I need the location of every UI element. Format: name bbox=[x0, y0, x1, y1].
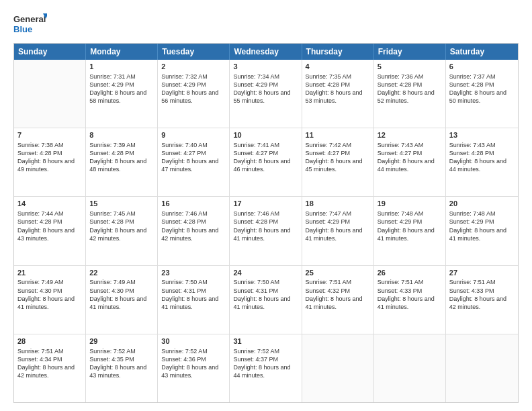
sunset-text: Sunset: 4:30 PM bbox=[17, 287, 82, 295]
day-number: 20 bbox=[449, 199, 515, 209]
daylight-text: Daylight: 8 hours and 42 minutes. bbox=[161, 226, 226, 242]
sunrise-text: Sunrise: 7:46 AM bbox=[233, 210, 298, 218]
sunset-text: Sunset: 4:27 PM bbox=[306, 149, 370, 157]
day-cell-15: 15 Sunrise: 7:45 AM Sunset: 4:28 PM Dayl… bbox=[86, 197, 158, 265]
daylight-text: Daylight: 8 hours and 41 minutes. bbox=[378, 226, 442, 242]
day-cell-23: 23 Sunrise: 7:50 AM Sunset: 4:31 PM Dayl… bbox=[158, 266, 230, 334]
day-cell-6: 6 Sunrise: 7:37 AM Sunset: 4:28 PM Dayli… bbox=[446, 60, 518, 128]
day-cell-29: 29 Sunrise: 7:52 AM Sunset: 4:35 PM Dayl… bbox=[86, 334, 158, 402]
sunrise-text: Sunrise: 7:48 AM bbox=[378, 210, 442, 218]
day-number: 1 bbox=[89, 62, 154, 72]
day-cell-20: 20 Sunrise: 7:48 AM Sunset: 4:29 PM Dayl… bbox=[446, 197, 518, 265]
daylight-text: Daylight: 8 hours and 58 minutes. bbox=[89, 89, 154, 105]
day-cell-16: 16 Sunrise: 7:46 AM Sunset: 4:28 PM Dayl… bbox=[158, 197, 230, 265]
daylight-text: Daylight: 8 hours and 42 minutes. bbox=[17, 363, 82, 379]
daylight-text: Daylight: 8 hours and 41 minutes. bbox=[449, 226, 515, 242]
day-cell-30: 30 Sunrise: 7:52 AM Sunset: 4:36 PM Dayl… bbox=[158, 334, 230, 402]
daylight-text: Daylight: 8 hours and 45 minutes. bbox=[306, 157, 370, 173]
sunrise-text: Sunrise: 7:34 AM bbox=[233, 73, 298, 81]
sunrise-text: Sunrise: 7:37 AM bbox=[449, 73, 515, 81]
day-number: 12 bbox=[378, 130, 442, 140]
weekday-header-sunday: Sunday bbox=[14, 44, 86, 60]
daylight-text: Daylight: 8 hours and 41 minutes. bbox=[233, 295, 298, 311]
day-cell-3: 3 Sunrise: 7:34 AM Sunset: 4:29 PM Dayli… bbox=[230, 60, 302, 128]
daylight-text: Daylight: 8 hours and 43 minutes. bbox=[89, 363, 154, 379]
daylight-text: Daylight: 8 hours and 41 minutes. bbox=[17, 295, 82, 311]
day-cell-31: 31 Sunrise: 7:52 AM Sunset: 4:37 PM Dayl… bbox=[230, 334, 302, 402]
svg-text:Blue: Blue bbox=[13, 24, 32, 34]
sunset-text: Sunset: 4:28 PM bbox=[161, 218, 226, 226]
calendar-row-2: 7 Sunrise: 7:38 AM Sunset: 4:28 PM Dayli… bbox=[14, 128, 518, 197]
sunset-text: Sunset: 4:28 PM bbox=[306, 81, 370, 89]
sunset-text: Sunset: 4:34 PM bbox=[17, 355, 82, 363]
sunset-text: Sunset: 4:36 PM bbox=[161, 355, 226, 363]
sunset-text: Sunset: 4:28 PM bbox=[89, 218, 154, 226]
day-cell-14: 14 Sunrise: 7:44 AM Sunset: 4:28 PM Dayl… bbox=[14, 197, 86, 265]
daylight-text: Daylight: 8 hours and 44 minutes. bbox=[233, 363, 298, 379]
day-number: 14 bbox=[17, 199, 82, 209]
calendar: SundayMondayTuesdayWednesdayThursdayFrid… bbox=[13, 43, 519, 403]
day-number: 4 bbox=[306, 62, 370, 72]
day-cell-19: 19 Sunrise: 7:48 AM Sunset: 4:29 PM Dayl… bbox=[374, 197, 446, 265]
sunset-text: Sunset: 4:29 PM bbox=[161, 81, 226, 89]
sunrise-text: Sunrise: 7:43 AM bbox=[378, 141, 442, 149]
day-number: 11 bbox=[306, 130, 370, 140]
weekday-header-tuesday: Tuesday bbox=[158, 44, 230, 60]
daylight-text: Daylight: 8 hours and 48 minutes. bbox=[89, 157, 154, 173]
calendar-row-3: 14 Sunrise: 7:44 AM Sunset: 4:28 PM Dayl… bbox=[14, 197, 518, 265]
sunrise-text: Sunrise: 7:47 AM bbox=[306, 210, 370, 218]
calendar-row-5: 28 Sunrise: 7:51 AM Sunset: 4:34 PM Dayl… bbox=[14, 334, 518, 402]
day-number: 30 bbox=[161, 336, 226, 347]
day-cell-7: 7 Sunrise: 7:38 AM Sunset: 4:28 PM Dayli… bbox=[14, 128, 86, 196]
sunset-text: Sunset: 4:29 PM bbox=[378, 218, 442, 226]
sunrise-text: Sunrise: 7:39 AM bbox=[89, 141, 154, 149]
day-number: 22 bbox=[89, 268, 154, 278]
day-number: 7 bbox=[17, 130, 82, 140]
day-cell-24: 24 Sunrise: 7:50 AM Sunset: 4:31 PM Dayl… bbox=[230, 266, 302, 334]
weekday-header-wednesday: Wednesday bbox=[230, 44, 302, 60]
sunset-text: Sunset: 4:28 PM bbox=[17, 149, 82, 157]
sunset-text: Sunset: 4:28 PM bbox=[89, 149, 154, 157]
day-number: 26 bbox=[378, 268, 442, 278]
sunset-text: Sunset: 4:30 PM bbox=[89, 287, 154, 295]
sunrise-text: Sunrise: 7:49 AM bbox=[17, 278, 82, 286]
daylight-text: Daylight: 8 hours and 52 minutes. bbox=[378, 89, 442, 105]
sunrise-text: Sunrise: 7:50 AM bbox=[233, 278, 298, 286]
day-number: 17 bbox=[233, 199, 298, 209]
logo: General Blue bbox=[13, 12, 47, 36]
daylight-text: Daylight: 8 hours and 43 minutes. bbox=[17, 226, 82, 242]
svg-text:General: General bbox=[13, 14, 46, 24]
sunrise-text: Sunrise: 7:40 AM bbox=[161, 141, 226, 149]
sunrise-text: Sunrise: 7:32 AM bbox=[161, 73, 226, 81]
day-number: 9 bbox=[161, 130, 226, 140]
day-number: 24 bbox=[233, 268, 298, 278]
daylight-text: Daylight: 8 hours and 41 minutes. bbox=[161, 295, 226, 311]
daylight-text: Daylight: 8 hours and 49 minutes. bbox=[17, 157, 82, 173]
day-number: 6 bbox=[449, 62, 515, 72]
sunset-text: Sunset: 4:27 PM bbox=[378, 149, 442, 157]
sunrise-text: Sunrise: 7:45 AM bbox=[89, 210, 154, 218]
daylight-text: Daylight: 8 hours and 44 minutes. bbox=[378, 157, 442, 173]
day-number: 2 bbox=[161, 62, 226, 72]
day-cell-17: 17 Sunrise: 7:46 AM Sunset: 4:28 PM Dayl… bbox=[230, 197, 302, 265]
day-cell-11: 11 Sunrise: 7:42 AM Sunset: 4:27 PM Dayl… bbox=[302, 128, 374, 196]
sunset-text: Sunset: 4:32 PM bbox=[306, 287, 370, 295]
sunrise-text: Sunrise: 7:44 AM bbox=[17, 210, 82, 218]
day-number: 5 bbox=[378, 62, 442, 72]
day-cell-10: 10 Sunrise: 7:41 AM Sunset: 4:27 PM Dayl… bbox=[230, 128, 302, 196]
sunset-text: Sunset: 4:37 PM bbox=[233, 355, 298, 363]
sunset-text: Sunset: 4:29 PM bbox=[89, 81, 154, 89]
sunrise-text: Sunrise: 7:51 AM bbox=[378, 278, 442, 286]
calendar-row-1: 1 Sunrise: 7:31 AM Sunset: 4:29 PM Dayli… bbox=[14, 60, 518, 128]
sunset-text: Sunset: 4:28 PM bbox=[449, 149, 515, 157]
sunset-text: Sunset: 4:28 PM bbox=[449, 81, 515, 89]
sunset-text: Sunset: 4:27 PM bbox=[233, 149, 298, 157]
sunset-text: Sunset: 4:28 PM bbox=[378, 81, 442, 89]
sunrise-text: Sunrise: 7:38 AM bbox=[17, 141, 82, 149]
sunset-text: Sunset: 4:29 PM bbox=[306, 218, 370, 226]
daylight-text: Daylight: 8 hours and 41 minutes. bbox=[233, 226, 298, 242]
sunset-text: Sunset: 4:35 PM bbox=[89, 355, 154, 363]
daylight-text: Daylight: 8 hours and 53 minutes. bbox=[306, 89, 370, 105]
daylight-text: Daylight: 8 hours and 56 minutes. bbox=[161, 89, 226, 105]
sunrise-text: Sunrise: 7:52 AM bbox=[233, 347, 298, 355]
